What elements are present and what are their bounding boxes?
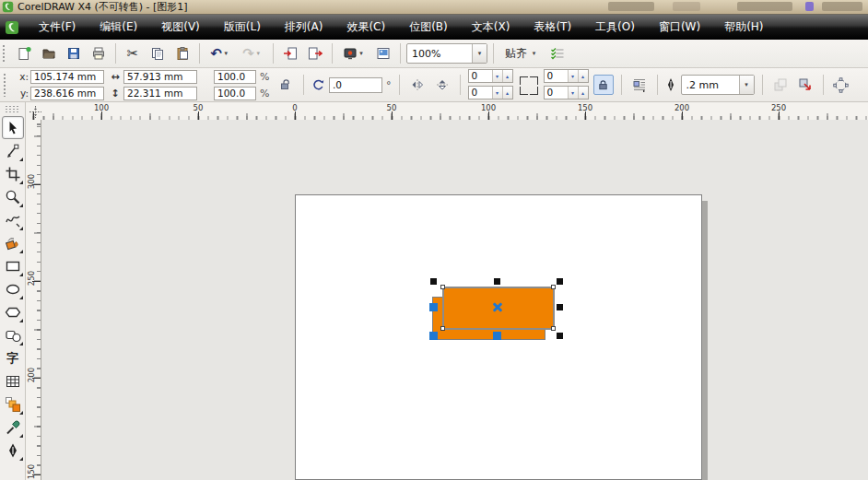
- spin-down-button[interactable]: ▾: [568, 87, 578, 99]
- ellipse-tool[interactable]: [2, 277, 24, 300]
- corner-node[interactable]: [440, 326, 445, 331]
- launcher-dropdown-arrow[interactable]: ▾: [358, 50, 366, 57]
- rectangle-tool[interactable]: [2, 254, 24, 277]
- chevron-down-icon: ▾: [743, 81, 751, 88]
- copy-button[interactable]: [147, 42, 169, 64]
- selection-center-marker[interactable]: [492, 301, 503, 312]
- wrap-paragraph-text-button[interactable]: [629, 75, 650, 95]
- snap-dropdown-arrow[interactable]: ▾: [530, 50, 538, 57]
- corner-radius-tl-spinner[interactable]: 0 ▾ ▴: [468, 69, 513, 83]
- spin-up-button[interactable]: ▴: [502, 70, 512, 82]
- redo-button[interactable]: ↷ ▾: [238, 42, 267, 64]
- save-button[interactable]: [63, 42, 85, 64]
- zoom-tool[interactable]: [2, 185, 24, 208]
- object-width-field[interactable]: 57.913 mm: [123, 70, 197, 84]
- convert-to-curves-button[interactable]: [795, 75, 815, 95]
- table-tool[interactable]: [2, 369, 24, 392]
- node-marker-middle-left[interactable]: [429, 303, 438, 311]
- eyedropper-tool[interactable]: [2, 416, 24, 439]
- object-height-field[interactable]: 22.311 mm: [123, 87, 197, 100]
- open-button[interactable]: [38, 42, 60, 64]
- toolbox-grip[interactable]: [5, 105, 19, 112]
- menu-window[interactable]: 窗口(W): [647, 16, 712, 39]
- zoom-dropdown-button[interactable]: ▾: [472, 44, 487, 63]
- toolbar-grip[interactable]: [2, 44, 6, 64]
- menu-edit[interactable]: 编辑(E): [88, 16, 149, 39]
- welcome-screen-button[interactable]: [372, 42, 394, 64]
- freehand-tool[interactable]: [2, 208, 24, 231]
- corner-radius-br-spinner[interactable]: 0 ▾ ▴: [544, 86, 589, 100]
- mirror-horizontal-button[interactable]: [407, 75, 428, 95]
- closed-lock-icon: [597, 79, 609, 91]
- selection-handle-middle-right[interactable]: [557, 304, 563, 310]
- scale-h-field[interactable]: 100.0: [214, 70, 256, 84]
- scale-v-field[interactable]: 100.0: [214, 87, 256, 100]
- node-marker-bottom-middle[interactable]: [493, 332, 501, 340]
- new-document-icon: [17, 46, 31, 61]
- propbar-grip[interactable]: [3, 73, 7, 96]
- rotation-angle-field[interactable]: .0: [329, 77, 382, 93]
- y-position-field[interactable]: 238.616 mm: [30, 87, 104, 100]
- zoom-level-combobox[interactable]: 100% ▾: [406, 43, 487, 64]
- corner-radius-tr-spinner[interactable]: 0 ▾ ▴: [544, 69, 589, 83]
- shape-tool[interactable]: [2, 139, 24, 162]
- dashed-circle-button[interactable]: [831, 75, 851, 95]
- paste-button[interactable]: [171, 42, 194, 64]
- horizontal-ruler[interactable]: 100 50 0 50 100 150 200 250: [26, 102, 868, 121]
- basic-shapes-tool[interactable]: [2, 323, 24, 346]
- selection-handle-bottom-right[interactable]: [557, 333, 563, 339]
- document-icon[interactable]: [5, 20, 19, 35]
- cut-button[interactable]: ✂: [122, 42, 144, 64]
- snap-to-button[interactable]: 贴齐 ▾: [499, 42, 544, 64]
- polygon-tool[interactable]: [2, 300, 24, 323]
- convert-outline-button[interactable]: [770, 75, 791, 95]
- x-position-field[interactable]: 105.174 mm: [30, 70, 104, 84]
- menu-text[interactable]: 文本(X): [460, 16, 522, 39]
- spin-up-button[interactable]: ▴: [578, 87, 588, 99]
- application-launcher-button[interactable]: ▾: [338, 42, 369, 64]
- selection-handle-top-left[interactable]: [430, 278, 437, 285]
- selection-handle-top-middle[interactable]: [494, 278, 500, 285]
- smart-fill-tool[interactable]: [2, 231, 24, 254]
- outline-width-dropdown-button[interactable]: ▾: [739, 76, 754, 94]
- outline-pen-tool[interactable]: [2, 439, 24, 462]
- text-tool[interactable]: 字: [2, 346, 24, 369]
- customize-options-button[interactable]: [546, 42, 569, 64]
- corner-node[interactable]: [551, 285, 556, 289]
- menu-arrange[interactable]: 排列(A): [273, 16, 335, 39]
- corner-lock-button[interactable]: [593, 75, 614, 95]
- undo-button[interactable]: ↶ ▾: [205, 42, 235, 64]
- menu-layout[interactable]: 版面(L): [212, 16, 273, 39]
- menu-effects[interactable]: 效果(C): [334, 16, 397, 39]
- menu-file[interactable]: 文件(F): [27, 16, 88, 39]
- spin-up-button[interactable]: ▴: [578, 70, 588, 82]
- interactive-effects-tool[interactable]: [2, 392, 24, 416]
- corner-node[interactable]: [551, 326, 556, 331]
- pick-tool[interactable]: [2, 116, 24, 139]
- menu-tools[interactable]: 工具(O): [583, 16, 647, 39]
- spin-down-button[interactable]: ▾: [568, 70, 578, 82]
- spin-up-button[interactable]: ▴: [502, 87, 512, 99]
- vertical-ruler[interactable]: 300 250 200 150: [26, 120, 41, 480]
- print-button[interactable]: [88, 42, 110, 64]
- corner-node[interactable]: [440, 285, 445, 289]
- new-document-button[interactable]: [13, 42, 35, 64]
- mirror-vertical-button[interactable]: [432, 75, 452, 95]
- node-marker-bottom-left[interactable]: [429, 332, 438, 340]
- selection-handle-top-right[interactable]: [557, 278, 563, 285]
- ruler-origin-icon[interactable]: [29, 106, 41, 118]
- menu-bitmaps[interactable]: 位图(B): [397, 16, 460, 39]
- title-bar[interactable]: CorelDRAW X4 (不可转售) - [图形1]: [0, 0, 868, 15]
- export-button[interactable]: [304, 42, 326, 64]
- scale-lock-button[interactable]: [276, 75, 296, 95]
- crop-tool[interactable]: [2, 162, 24, 185]
- outline-width-combobox[interactable]: .2 mm ▾: [681, 75, 755, 95]
- spin-down-button[interactable]: ▾: [492, 87, 502, 99]
- spin-down-button[interactable]: ▾: [492, 70, 502, 82]
- corner-radius-bl-spinner[interactable]: 0 ▾ ▴: [468, 86, 513, 100]
- undo-dropdown-arrow[interactable]: ▾: [222, 50, 230, 57]
- menu-table[interactable]: 表格(T): [522, 16, 583, 39]
- menu-view[interactable]: 视图(V): [149, 16, 212, 39]
- import-button[interactable]: [279, 42, 301, 64]
- menu-help[interactable]: 帮助(H): [712, 16, 775, 39]
